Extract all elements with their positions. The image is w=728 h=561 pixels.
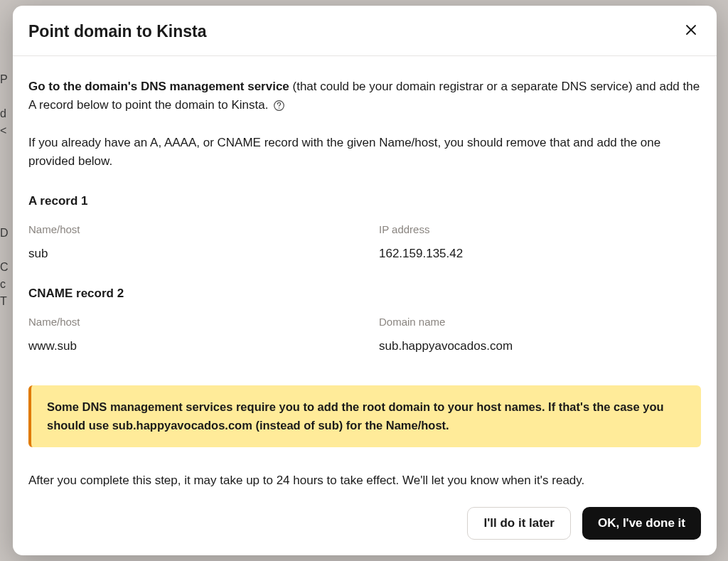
modal-footer: I'll do it later OK, I've done it <box>13 494 717 555</box>
a-record-title: A record 1 <box>28 192 701 210</box>
a-record-name-value: sub <box>28 245 350 263</box>
a-record-grid: Name/host sub IP address 162.159.135.42 <box>28 221 701 264</box>
cname-record-name-field: Name/host www.sub <box>28 314 350 356</box>
a-record-ip-value: 162.159.135.42 <box>379 245 701 263</box>
a-record-block: A record 1 Name/host sub IP address 162.… <box>28 192 701 263</box>
root-domain-alert: Some DNS management services require you… <box>28 385 701 447</box>
svg-point-3 <box>279 108 280 109</box>
alert-text-post: (instead of sub) for the Name/host. <box>252 419 449 432</box>
close-button[interactable] <box>681 21 701 41</box>
cname-record-domain-field: Domain name sub.happyavocados.com <box>379 314 701 356</box>
close-icon <box>685 24 697 38</box>
field-label: IP address <box>379 221 701 237</box>
after-text: After you complete this step, it may tak… <box>28 471 701 490</box>
ok-done-button[interactable]: OK, I've done it <box>582 507 701 540</box>
a-record-ip-field: IP address 162.159.135.42 <box>379 221 701 264</box>
intro-bold: Go to the domain's DNS management servic… <box>28 80 289 93</box>
cname-record-block: CNAME record 2 Name/host www.sub Domain … <box>28 284 701 356</box>
alert-strong: sub.happyavocados.com <box>112 419 252 432</box>
intro-paragraph: Go to the domain's DNS management servic… <box>28 78 701 115</box>
do-it-later-button[interactable]: I'll do it later <box>467 507 570 540</box>
field-label: Name/host <box>28 221 350 237</box>
cname-record-grid: Name/host www.sub Domain name sub.happya… <box>28 314 701 356</box>
cname-record-title: CNAME record 2 <box>28 284 701 303</box>
note-paragraph: If you already have an A, AAAA, or CNAME… <box>28 134 701 171</box>
cname-record-name-value: www.sub <box>28 337 350 356</box>
a-record-name-field: Name/host sub <box>28 221 350 264</box>
modal-header: Point domain to Kinsta <box>13 6 717 56</box>
field-label: Name/host <box>28 314 350 330</box>
point-domain-modal: Point domain to Kinsta Go to the domain'… <box>13 6 717 555</box>
modal-title: Point domain to Kinsta <box>28 22 206 41</box>
modal-body: Go to the domain's DNS management servic… <box>13 56 717 494</box>
field-label: Domain name <box>379 314 701 330</box>
help-icon[interactable] <box>273 100 285 112</box>
cname-record-domain-value: sub.happyavocados.com <box>379 337 701 356</box>
